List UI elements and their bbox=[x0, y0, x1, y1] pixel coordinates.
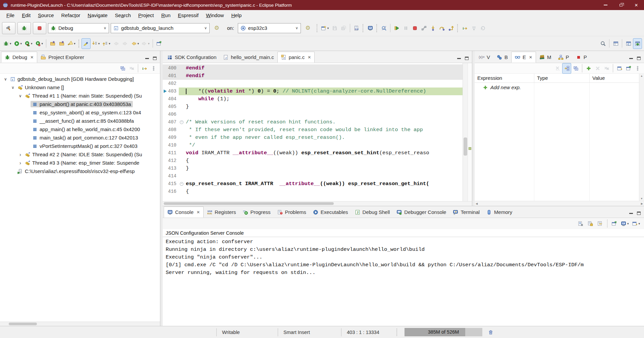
run-history-icon[interactable]: ▾ bbox=[13, 38, 23, 49]
code-editor[interactable]: 400#endif401#endif402403 *((volatile int… bbox=[163, 63, 463, 201]
code-line-408[interactable]: 408 * If these weren't provided, reset r… bbox=[163, 126, 463, 134]
code-line-414[interactable]: 414 bbox=[163, 172, 463, 180]
left-sash[interactable] bbox=[160, 51, 163, 326]
close-tab-icon[interactable]: ✕ bbox=[529, 55, 532, 60]
expressions-vertical-scrollbar[interactable]: ▲▼ bbox=[639, 74, 644, 201]
tab-debug-shell[interactable]: JDebug Shell bbox=[352, 207, 393, 218]
search-icon[interactable] bbox=[598, 38, 607, 49]
instruction-stepping-mode-icon[interactable]: i bbox=[140, 63, 149, 74]
tab-terminal[interactable]: Terminal bbox=[449, 207, 483, 218]
tab-e[interactable]: E✕ bbox=[511, 52, 536, 63]
pin-console-icon[interactable] bbox=[610, 218, 619, 229]
word-wrap-icon[interactable] bbox=[596, 218, 605, 229]
disconnect-icon[interactable] bbox=[419, 23, 428, 34]
debug-history-icon[interactable]: ▾ bbox=[2, 38, 13, 49]
code-line-400[interactable]: 400#endif bbox=[163, 64, 463, 72]
fold-marker-icon[interactable]: − bbox=[179, 180, 184, 188]
perspective-cpp-icon[interactable]: C bbox=[624, 38, 633, 49]
tree-item[interactable]: esp_system_abort() at esp_system.c:123 0… bbox=[0, 108, 160, 117]
code-line-411[interactable]: 411void IRAM_ATTR __attribute__((weak)) … bbox=[163, 149, 463, 157]
tab-p[interactable]: P bbox=[555, 52, 573, 63]
perspective-debug-icon[interactable] bbox=[633, 38, 642, 49]
code-line-416[interactable]: 416{ bbox=[163, 188, 463, 195]
tree-item[interactable]: C:\Users\aliaz\.espressif\tools\riscv32-… bbox=[0, 167, 160, 175]
tree-item[interactable]: __assert_func() at assert.c:85 0x40388bf… bbox=[0, 117, 160, 125]
clear-console-icon[interactable] bbox=[576, 218, 585, 229]
drop-to-frame-icon[interactable] bbox=[469, 23, 478, 34]
launch-config-combo[interactable]: c gdbstub_debug_launch ∨ bbox=[111, 23, 210, 33]
dropdown-arrow-icon[interactable]: ▾ bbox=[98, 42, 100, 45]
collapse-all-icon[interactable] bbox=[118, 63, 127, 74]
minimize-view-icon[interactable] bbox=[145, 58, 149, 59]
menu-help[interactable]: Help bbox=[227, 12, 245, 18]
close-tab-icon[interactable]: ✕ bbox=[197, 210, 200, 215]
save-icon[interactable] bbox=[330, 23, 339, 34]
layout-icon[interactable] bbox=[562, 63, 571, 74]
dropdown-arrow-icon[interactable]: ▾ bbox=[638, 222, 640, 225]
tab-memory[interactable]: Memory bbox=[483, 207, 516, 218]
column-type[interactable]: Type bbox=[534, 74, 590, 82]
tab-registers[interactable]: 10100101Registers bbox=[204, 207, 239, 218]
last-edit-location-icon[interactable]: ▾ bbox=[130, 38, 141, 49]
maximize-view-icon[interactable] bbox=[637, 57, 641, 60]
editor-tab-panic-c[interactable]: .cpanic.c✕ bbox=[277, 52, 315, 63]
minimize-view-icon[interactable] bbox=[629, 213, 633, 214]
dropdown-arrow-icon[interactable]: ▾ bbox=[42, 42, 43, 45]
minimize-button[interactable] bbox=[598, 0, 613, 10]
chevron-expanded-icon[interactable]: ∨ bbox=[17, 94, 23, 98]
menu-espressif[interactable]: Espressif bbox=[174, 12, 202, 18]
debug-bug-button[interactable] bbox=[17, 22, 31, 34]
open-element-icon[interactable] bbox=[57, 38, 66, 49]
tree-item[interactable]: ∨Thread #1 1 (Name: main State: Suspende… bbox=[0, 92, 160, 100]
tab-debugger-console[interactable]: Debugger Console bbox=[393, 207, 449, 218]
tree-item[interactable]: ∨cgdbstub_debug_launch [GDB Hardware Deb… bbox=[0, 75, 160, 83]
terminate-icon[interactable] bbox=[410, 23, 419, 34]
pin-view-icon[interactable] bbox=[624, 63, 633, 74]
tree-item[interactable]: main_task() at port_common.c:127 0x42013 bbox=[0, 133, 160, 142]
view-menu-icon[interactable] bbox=[633, 63, 642, 74]
editor-horizontal-scrollbar[interactable] bbox=[163, 201, 472, 206]
tab-progress[interactable]: Progress bbox=[239, 207, 274, 218]
open-trace-icon[interactable] bbox=[48, 38, 57, 49]
new-view-icon[interactable] bbox=[615, 63, 624, 74]
tab-v[interactable]: (x)=V bbox=[476, 52, 493, 63]
tab-b[interactable]: B bbox=[493, 52, 511, 63]
binary-file-icon[interactable]: 010 bbox=[352, 23, 361, 34]
close-tab-icon[interactable]: ✕ bbox=[308, 55, 311, 60]
code-line-401[interactable]: 401#endif bbox=[163, 72, 463, 80]
menu-file[interactable]: File bbox=[3, 12, 18, 18]
next-annotation-icon[interactable]: ▾ bbox=[91, 38, 101, 49]
code-line-403[interactable]: 403 *((volatile int *) 0) = 0; // NOLINT… bbox=[163, 88, 463, 95]
stop-button[interactable] bbox=[33, 22, 46, 34]
menu-project[interactable]: Project bbox=[135, 12, 158, 18]
pin-editor-icon[interactable] bbox=[155, 38, 164, 49]
editor-vertical-scrollbar[interactable] bbox=[463, 63, 468, 201]
step-over-icon[interactable] bbox=[437, 23, 446, 34]
code-line-409[interactable]: 409 * even if the app never called esp_r… bbox=[163, 134, 463, 142]
chevron-collapsed-icon[interactable]: › bbox=[17, 160, 23, 166]
add-expression-icon[interactable] bbox=[584, 63, 593, 74]
minimize-view-icon[interactable] bbox=[457, 58, 461, 59]
view-menu-icon[interactable] bbox=[149, 63, 158, 74]
tree-item[interactable]: panic_abort() at panic.c:403 0x4038053a bbox=[0, 100, 160, 108]
edit-target-gear-icon[interactable]: ⚙ bbox=[303, 23, 313, 34]
profile-icon[interactable]: ▾ bbox=[34, 38, 45, 49]
tab-debug[interactable]: Debug✕ bbox=[1, 52, 37, 63]
dropdown-arrow-icon[interactable]: ▾ bbox=[327, 26, 329, 30]
search-mark-icon[interactable] bbox=[379, 23, 388, 34]
previous-annotation-icon[interactable]: ▾ bbox=[101, 38, 112, 49]
tree-item[interactable]: ∨Unknown name [] bbox=[0, 83, 160, 92]
chevron-expanded-icon[interactable]: ∨ bbox=[10, 85, 16, 90]
display-console-icon[interactable]: ▾ bbox=[620, 218, 630, 229]
step-return-icon[interactable] bbox=[446, 23, 455, 34]
menu-edit[interactable]: Edit bbox=[18, 12, 34, 18]
remove-all-icon[interactable] bbox=[602, 63, 611, 74]
menu-run[interactable]: Run bbox=[158, 12, 174, 18]
launch-mode-combo[interactable]: Debug ∨ bbox=[48, 23, 109, 33]
scroll-lock-icon[interactable] bbox=[586, 218, 595, 229]
dropdown-arrow-icon[interactable]: ▾ bbox=[627, 222, 629, 225]
show-console-icon[interactable] bbox=[366, 23, 375, 34]
tab-executables[interactable]: Executables bbox=[310, 207, 352, 218]
dropdown-arrow-icon[interactable]: ▾ bbox=[20, 42, 22, 45]
coverage-icon[interactable]: ▾ bbox=[23, 38, 34, 49]
